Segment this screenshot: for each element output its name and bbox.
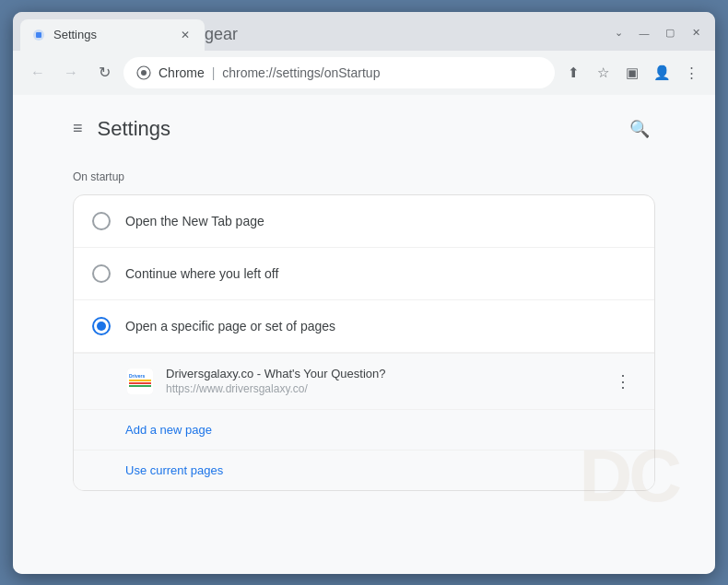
startup-page-entry: Drivers Driversgalaxy.co - What's Your Q… xyxy=(74,354,654,410)
option-specific-label: Open a specific page or set of pages xyxy=(125,319,335,333)
option-continue-label: Continue where you left off xyxy=(125,266,278,281)
url-domain: Chrome xyxy=(159,65,205,80)
startup-pages-section: Drivers Driversgalaxy.co - What's Your Q… xyxy=(74,353,654,490)
url-path: chrome://settings/onStartup xyxy=(222,65,380,80)
settings-container: ≡ Settings 🔍 On startup Open the New Tab… xyxy=(51,95,677,509)
radio-continue[interactable] xyxy=(92,264,111,283)
profile-icon[interactable]: 👤 xyxy=(649,60,675,86)
add-new-page-label: Add a new page xyxy=(125,423,212,437)
radio-new-tab[interactable] xyxy=(92,212,111,230)
option-continue-row[interactable]: Continue where you left off xyxy=(74,248,654,300)
address-bar[interactable]: Chrome | chrome://settings/onStartup xyxy=(123,57,555,88)
share-icon[interactable]: ⬆ xyxy=(560,60,586,86)
options-card: Open the New Tab page Continue where you… xyxy=(73,194,655,491)
more-options-button[interactable]: ⋮ xyxy=(610,369,636,394)
browser-tab[interactable]: Settings ✕ xyxy=(20,19,205,51)
settings-title-group: ≡ Settings xyxy=(73,117,170,141)
url-separator: | xyxy=(212,65,219,80)
maximize-button[interactable]: ▢ xyxy=(658,21,682,45)
svg-rect-7 xyxy=(129,382,151,384)
toolbar-icons: ⬆ ☆ ▣ 👤 ⋮ xyxy=(560,60,704,86)
svg-point-3 xyxy=(141,70,147,76)
tab-close-button[interactable]: ✕ xyxy=(177,27,194,43)
option-specific-section: Open a specific page or set of pages Dri… xyxy=(74,300,654,490)
tab-favicon-icon xyxy=(31,28,46,42)
svg-rect-6 xyxy=(129,380,151,381)
bookmark-icon[interactable]: ☆ xyxy=(590,60,616,86)
settings-search-button[interactable]: 🔍 xyxy=(624,113,655,145)
minimize-button[interactable]: — xyxy=(632,21,656,45)
settings-header: ≡ Settings 🔍 xyxy=(73,113,655,145)
omnibar: ← → ↻ Chrome | chrome://settings/onStart… xyxy=(13,51,715,95)
site-favicon-inner: Drivers xyxy=(127,369,153,394)
option-new-tab-row[interactable]: Open the New Tab page xyxy=(74,195,654,248)
site-favicon: Drivers xyxy=(125,367,155,396)
option-new-tab-label: Open the New Tab page xyxy=(125,214,264,228)
svg-rect-8 xyxy=(129,385,151,387)
add-new-page-button[interactable]: Add a new page xyxy=(74,410,654,450)
forward-button[interactable]: → xyxy=(57,59,85,87)
site-icon xyxy=(136,65,151,80)
hamburger-menu-icon[interactable]: ≡ xyxy=(73,119,83,138)
chevron-control[interactable]: ⌄ xyxy=(606,21,630,45)
page-content: ≡ Settings 🔍 On startup Open the New Tab… xyxy=(13,95,715,574)
new-tab-button[interactable]: gear xyxy=(208,22,234,48)
page-title: Settings xyxy=(98,117,171,141)
page-info: Driversgalaxy.co - What's Your Question?… xyxy=(166,367,599,395)
radio-specific[interactable] xyxy=(92,317,111,335)
use-current-pages-button[interactable]: Use current pages xyxy=(74,450,654,490)
use-current-pages-label: Use current pages xyxy=(125,463,223,477)
browser-window: Settings ✕ gear ⌄ — ▢ ✕ ← → ↻ Chrome | xyxy=(13,12,715,574)
refresh-button[interactable]: ↻ xyxy=(90,59,118,87)
window-controls: ⌄ — ▢ ✕ xyxy=(606,21,708,51)
back-button[interactable]: ← xyxy=(24,59,52,87)
close-button[interactable]: ✕ xyxy=(684,21,708,45)
svg-rect-1 xyxy=(36,32,41,38)
section-label: On startup xyxy=(73,170,655,183)
title-bar: Settings ✕ gear ⌄ — ▢ ✕ xyxy=(13,12,715,51)
svg-text:Drivers: Drivers xyxy=(129,373,145,379)
option-specific-row[interactable]: Open a specific page or set of pages xyxy=(74,300,654,353)
page-name: Driversgalaxy.co - What's Your Question? xyxy=(166,367,599,380)
tab-title: Settings xyxy=(53,28,170,41)
menu-icon[interactable]: ⋮ xyxy=(678,60,704,86)
address-text: Chrome | chrome://settings/onStartup xyxy=(159,65,542,80)
radio-inner-dot xyxy=(97,322,106,331)
sidebar-icon[interactable]: ▣ xyxy=(619,60,645,86)
page-url: https://www.driversgalaxy.co/ xyxy=(166,382,599,395)
